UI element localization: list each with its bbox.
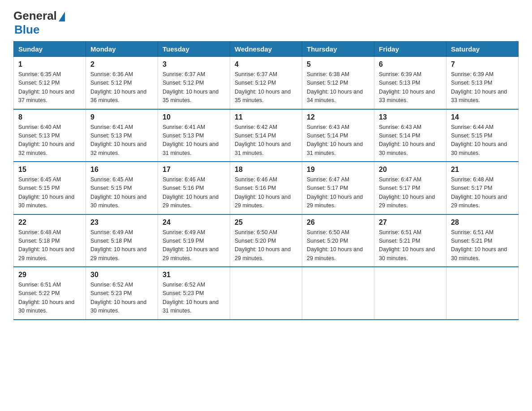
calendar-week-row: 1Sunrise: 6:35 AMSunset: 5:12 PMDaylight… xyxy=(14,57,519,109)
day-info: Sunrise: 6:49 AMSunset: 5:18 PMDaylight:… xyxy=(90,228,153,263)
calendar-table: SundayMondayTuesdayWednesdayThursdayFrid… xyxy=(13,41,519,320)
calendar-cell: 29Sunrise: 6:51 AMSunset: 5:22 PMDayligh… xyxy=(14,267,86,320)
calendar-cell: 30Sunrise: 6:52 AMSunset: 5:23 PMDayligh… xyxy=(86,267,158,320)
day-info: Sunrise: 6:40 AMSunset: 5:13 PMDaylight:… xyxy=(18,123,81,158)
calendar-cell: 3Sunrise: 6:37 AMSunset: 5:12 PMDaylight… xyxy=(158,57,230,109)
calendar-body: 1Sunrise: 6:35 AMSunset: 5:12 PMDaylight… xyxy=(14,57,519,320)
day-info: Sunrise: 6:52 AMSunset: 5:23 PMDaylight:… xyxy=(163,281,225,316)
calendar-cell: 5Sunrise: 6:38 AMSunset: 5:12 PMDaylight… xyxy=(302,57,374,109)
day-number: 4 xyxy=(235,60,297,68)
day-info: Sunrise: 6:51 AMSunset: 5:21 PMDaylight:… xyxy=(451,228,514,263)
calendar-week-row: 15Sunrise: 6:45 AMSunset: 5:15 PMDayligh… xyxy=(14,162,519,214)
calendar-cell: 8Sunrise: 6:40 AMSunset: 5:13 PMDaylight… xyxy=(14,109,86,162)
calendar-cell: 24Sunrise: 6:49 AMSunset: 5:19 PMDayligh… xyxy=(158,214,230,267)
day-number: 9 xyxy=(90,113,153,121)
day-number: 24 xyxy=(163,218,225,227)
day-info: Sunrise: 6:42 AMSunset: 5:14 PMDaylight:… xyxy=(235,123,297,158)
day-number: 13 xyxy=(379,113,442,121)
day-info: Sunrise: 6:38 AMSunset: 5:12 PMDaylight:… xyxy=(307,70,369,105)
day-number: 6 xyxy=(379,60,442,68)
weekday-header-tuesday: Tuesday xyxy=(158,42,230,57)
day-number: 15 xyxy=(18,166,81,174)
day-number: 7 xyxy=(451,60,514,68)
calendar-cell: 11Sunrise: 6:42 AMSunset: 5:14 PMDayligh… xyxy=(230,109,302,162)
day-number: 31 xyxy=(163,271,225,279)
calendar-week-row: 29Sunrise: 6:51 AMSunset: 5:22 PMDayligh… xyxy=(14,267,519,320)
page-header: General Blue xyxy=(13,9,519,37)
day-info: Sunrise: 6:50 AMSunset: 5:20 PMDaylight:… xyxy=(235,228,297,263)
calendar-cell: 28Sunrise: 6:51 AMSunset: 5:21 PMDayligh… xyxy=(446,214,519,267)
calendar-cell: 31Sunrise: 6:52 AMSunset: 5:23 PMDayligh… xyxy=(158,267,230,320)
day-info: Sunrise: 6:48 AMSunset: 5:17 PMDaylight:… xyxy=(451,176,514,210)
calendar-cell: 22Sunrise: 6:48 AMSunset: 5:18 PMDayligh… xyxy=(14,214,86,267)
day-info: Sunrise: 6:41 AMSunset: 5:13 PMDaylight:… xyxy=(163,123,225,158)
calendar-cell: 17Sunrise: 6:46 AMSunset: 5:16 PMDayligh… xyxy=(158,162,230,214)
day-info: Sunrise: 6:52 AMSunset: 5:23 PMDaylight:… xyxy=(90,281,153,316)
day-number: 5 xyxy=(307,60,369,68)
day-info: Sunrise: 6:37 AMSunset: 5:12 PMDaylight:… xyxy=(163,70,225,105)
calendar-cell: 2Sunrise: 6:36 AMSunset: 5:12 PMDaylight… xyxy=(86,57,158,109)
calendar-cell: 10Sunrise: 6:41 AMSunset: 5:13 PMDayligh… xyxy=(158,109,230,162)
calendar-cell: 1Sunrise: 6:35 AMSunset: 5:12 PMDaylight… xyxy=(14,57,86,109)
calendar-cell xyxy=(446,267,519,320)
calendar-cell: 18Sunrise: 6:46 AMSunset: 5:16 PMDayligh… xyxy=(230,162,302,214)
day-number: 1 xyxy=(18,60,81,68)
day-number: 21 xyxy=(451,166,514,174)
weekday-header-friday: Friday xyxy=(374,42,446,57)
day-number: 27 xyxy=(379,218,442,227)
day-info: Sunrise: 6:41 AMSunset: 5:13 PMDaylight:… xyxy=(90,123,153,158)
day-info: Sunrise: 6:45 AMSunset: 5:15 PMDaylight:… xyxy=(90,176,153,210)
day-info: Sunrise: 6:51 AMSunset: 5:22 PMDaylight:… xyxy=(18,281,81,316)
weekday-header-monday: Monday xyxy=(86,42,158,57)
day-number: 19 xyxy=(307,166,369,174)
calendar-cell: 15Sunrise: 6:45 AMSunset: 5:15 PMDayligh… xyxy=(14,162,86,214)
weekday-header-sunday: Sunday xyxy=(14,42,86,57)
calendar-week-row: 22Sunrise: 6:48 AMSunset: 5:18 PMDayligh… xyxy=(14,214,519,267)
day-number: 14 xyxy=(451,113,514,121)
weekday-header-saturday: Saturday xyxy=(446,42,519,57)
calendar-cell: 6Sunrise: 6:39 AMSunset: 5:13 PMDaylight… xyxy=(374,57,446,109)
calendar-cell: 26Sunrise: 6:50 AMSunset: 5:20 PMDayligh… xyxy=(302,214,374,267)
day-number: 26 xyxy=(307,218,369,227)
weekday-header-row: SundayMondayTuesdayWednesdayThursdayFrid… xyxy=(14,42,519,57)
day-number: 18 xyxy=(235,166,297,174)
calendar-week-row: 8Sunrise: 6:40 AMSunset: 5:13 PMDaylight… xyxy=(14,109,519,162)
day-number: 11 xyxy=(235,113,297,121)
logo-general-text: General xyxy=(13,9,57,23)
day-info: Sunrise: 6:46 AMSunset: 5:16 PMDaylight:… xyxy=(163,176,225,210)
day-info: Sunrise: 6:43 AMSunset: 5:14 PMDaylight:… xyxy=(307,123,369,158)
day-number: 17 xyxy=(163,166,225,174)
day-number: 2 xyxy=(90,60,153,68)
logo-blue-text: Blue xyxy=(14,23,39,37)
logo-triangle-icon xyxy=(59,12,65,21)
day-info: Sunrise: 6:49 AMSunset: 5:19 PMDaylight:… xyxy=(163,228,225,263)
calendar-cell: 19Sunrise: 6:47 AMSunset: 5:17 PMDayligh… xyxy=(302,162,374,214)
day-number: 12 xyxy=(307,113,369,121)
calendar-header: SundayMondayTuesdayWednesdayThursdayFrid… xyxy=(14,42,519,57)
calendar-cell: 4Sunrise: 6:37 AMSunset: 5:12 PMDaylight… xyxy=(230,57,302,109)
weekday-header-thursday: Thursday xyxy=(302,42,374,57)
day-number: 29 xyxy=(18,271,81,279)
logo: General Blue xyxy=(13,9,65,37)
calendar-cell: 27Sunrise: 6:51 AMSunset: 5:21 PMDayligh… xyxy=(374,214,446,267)
day-number: 23 xyxy=(90,218,153,227)
calendar-cell: 7Sunrise: 6:39 AMSunset: 5:13 PMDaylight… xyxy=(446,57,519,109)
day-info: Sunrise: 6:43 AMSunset: 5:14 PMDaylight:… xyxy=(379,123,442,158)
day-info: Sunrise: 6:39 AMSunset: 5:13 PMDaylight:… xyxy=(451,70,514,105)
day-info: Sunrise: 6:48 AMSunset: 5:18 PMDaylight:… xyxy=(18,228,81,263)
day-info: Sunrise: 6:46 AMSunset: 5:16 PMDaylight:… xyxy=(235,176,297,210)
calendar-cell: 13Sunrise: 6:43 AMSunset: 5:14 PMDayligh… xyxy=(374,109,446,162)
day-number: 8 xyxy=(18,113,81,121)
day-number: 10 xyxy=(163,113,225,121)
day-info: Sunrise: 6:35 AMSunset: 5:12 PMDaylight:… xyxy=(18,70,81,105)
calendar-cell: 20Sunrise: 6:47 AMSunset: 5:17 PMDayligh… xyxy=(374,162,446,214)
calendar-cell xyxy=(230,267,302,320)
day-info: Sunrise: 6:36 AMSunset: 5:12 PMDaylight:… xyxy=(90,70,153,105)
day-info: Sunrise: 6:51 AMSunset: 5:21 PMDaylight:… xyxy=(379,228,442,263)
day-info: Sunrise: 6:39 AMSunset: 5:13 PMDaylight:… xyxy=(379,70,442,105)
day-number: 3 xyxy=(163,60,225,68)
calendar-cell: 14Sunrise: 6:44 AMSunset: 5:15 PMDayligh… xyxy=(446,109,519,162)
calendar-cell: 23Sunrise: 6:49 AMSunset: 5:18 PMDayligh… xyxy=(86,214,158,267)
day-number: 28 xyxy=(451,218,514,227)
day-number: 25 xyxy=(235,218,297,227)
